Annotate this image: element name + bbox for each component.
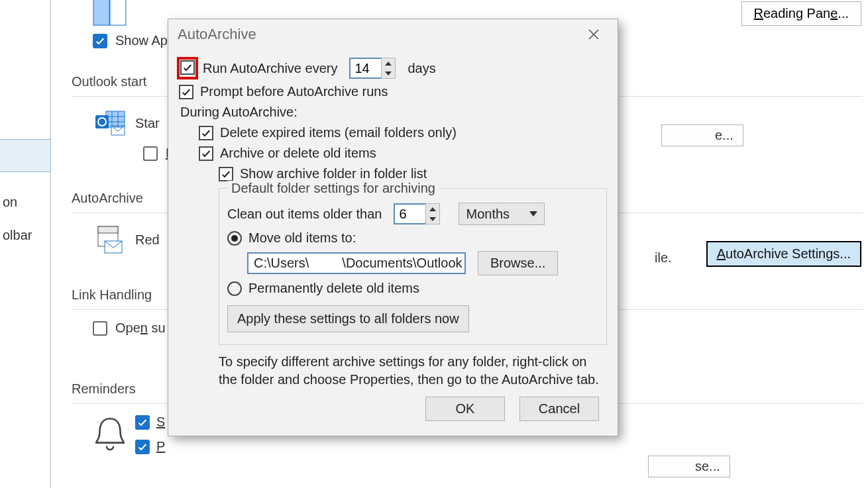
close-icon[interactable] xyxy=(579,23,608,46)
run-every-days: days xyxy=(407,61,435,76)
pane-icon xyxy=(93,0,127,29)
clean-out-label: Clean out items older than xyxy=(227,207,382,222)
prompt-checkbox[interactable] xyxy=(179,85,193,99)
outlook-icon xyxy=(93,107,127,139)
archive-delete-label: Archive or delete old items xyxy=(220,146,376,161)
show-label: Show Ap xyxy=(115,33,168,48)
ok-button[interactable]: OK xyxy=(425,397,505,421)
run-every-spinner[interactable] xyxy=(349,58,396,79)
apply-all-button[interactable]: Apply these settings to all folders now xyxy=(227,305,469,332)
run-autoarchive-checkbox[interactable] xyxy=(180,60,195,75)
move-to-radio[interactable] xyxy=(227,231,242,246)
autoarchive-settings-button[interactable]: AutoArchive Settings... xyxy=(706,241,861,267)
perm-delete-radio[interactable] xyxy=(227,281,242,296)
checkbox[interactable] xyxy=(135,440,150,454)
spin-up[interactable] xyxy=(382,58,395,68)
open-su-label: Open su xyxy=(115,320,166,336)
peek-text: ile. xyxy=(655,250,672,266)
clean-out-spinner[interactable] xyxy=(394,203,440,224)
svg-rect-2 xyxy=(106,111,125,127)
chevron-down-icon xyxy=(529,211,537,217)
clean-out-unit-dropdown[interactable]: Months xyxy=(459,203,545,225)
checkbox[interactable] xyxy=(93,34,107,48)
svg-rect-10 xyxy=(98,226,118,233)
run-every-label: Run AutoArchive every xyxy=(203,61,337,76)
perm-delete-label: Permanently delete old items xyxy=(248,281,419,296)
browse-button[interactable]: Browse... xyxy=(478,251,558,275)
show-archive-folder-checkbox[interactable] xyxy=(219,167,233,181)
spin-down[interactable] xyxy=(426,214,439,224)
delete-expired-label: Delete expired items (email folders only… xyxy=(220,125,457,140)
partial-label: P xyxy=(156,439,165,454)
archive-icon xyxy=(93,224,127,256)
run-every-value[interactable] xyxy=(349,58,381,79)
autoarchive-dialog: AutoArchive Run AutoArchive every days P… xyxy=(168,19,618,436)
delete-expired-checkbox[interactable] xyxy=(199,126,213,140)
spin-down[interactable] xyxy=(382,68,395,78)
options-sidebar: on olbar xyxy=(0,0,50,488)
sidebar-selected-row[interactable] xyxy=(0,139,51,172)
move-to-label: Move old items to: xyxy=(248,230,356,246)
archive-delete-checkbox[interactable] xyxy=(199,146,213,161)
sidebar-item[interactable]: on xyxy=(0,189,50,215)
move-to-path[interactable]: C:\Users\ \Documents\Outlook xyxy=(247,252,466,274)
peek-button[interactable]: se... xyxy=(648,456,730,477)
clean-out-unit: Months xyxy=(466,207,510,222)
start-label: Star xyxy=(135,116,160,131)
bell-icon xyxy=(93,418,127,450)
prompt-label: Prompt before AutoArchive runs xyxy=(200,84,388,99)
peek-button[interactable]: e... xyxy=(661,124,743,146)
default-folder-group: Default folder settings for archiving Cl… xyxy=(219,188,607,345)
svg-rect-1 xyxy=(110,0,126,25)
reading-pane-label: eading Pane... xyxy=(763,6,849,21)
show-archive-folder-label: Show archive folder in folder list xyxy=(240,166,427,181)
clean-out-value[interactable] xyxy=(394,203,425,224)
partial-label: S xyxy=(156,415,165,430)
red-label: Red xyxy=(135,232,160,248)
during-label: During AutoArchive: xyxy=(180,105,298,120)
reading-pane-button[interactable]: Reading Pane... xyxy=(741,1,861,26)
checkbox[interactable] xyxy=(93,321,107,336)
sidebar-item[interactable]: olbar xyxy=(0,222,50,248)
cancel-button[interactable]: Cancel xyxy=(519,397,599,421)
checkbox[interactable] xyxy=(135,415,150,430)
checkbox[interactable] xyxy=(143,146,158,161)
hint-text: To specify different archive settings fo… xyxy=(219,353,607,389)
run-autoarchive-highlight xyxy=(179,59,196,77)
group-legend: Default folder settings for archiving xyxy=(227,181,439,196)
svg-rect-0 xyxy=(93,0,109,25)
spin-up[interactable] xyxy=(426,204,439,214)
dialog-title: AutoArchive xyxy=(178,26,256,43)
